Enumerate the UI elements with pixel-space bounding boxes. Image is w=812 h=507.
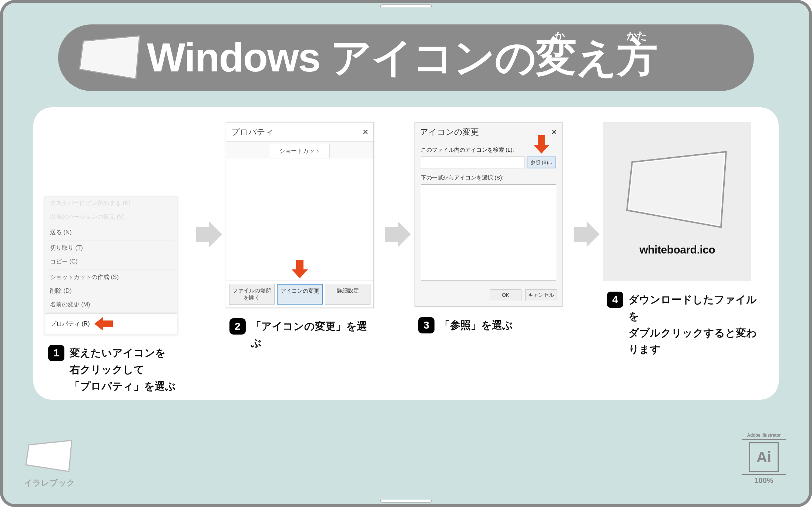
ctx-rename[interactable]: 名前の変更 (M) — [45, 298, 177, 312]
ctx-properties[interactable]: プロパティ (R) — [45, 313, 177, 334]
illustrator-badge: Adobe illustrator Ai 100% — [742, 433, 786, 485]
svg-marker-10 — [26, 440, 72, 471]
icon-file-preview: whiteboard.ico — [603, 122, 751, 281]
pointer-arrow-icon — [94, 317, 113, 331]
ctx-cut[interactable]: 切り取り (T) — [45, 241, 177, 255]
step-1-line2: 右クリックして — [70, 364, 144, 375]
flow-arrow-icon — [196, 221, 222, 249]
ai-percent: 100% — [742, 474, 786, 485]
whiteboard-icon — [24, 438, 76, 475]
step-1-text: 変えたいアイコンを 右クリックして 「プロパティ」を選ぶ — [70, 345, 176, 394]
step-3-caption: 3 「参照」を選ぶ — [415, 317, 517, 334]
pointer-arrow-down-icon — [533, 135, 550, 154]
dialog-title: プロパティ — [231, 127, 274, 138]
step-num-3: 3 — [418, 317, 434, 333]
tutorial-card: か かた Windows アイコンの変え方 タスクバーにピン留めする (K) 以… — [0, 0, 812, 507]
open-location-button[interactable]: ファイルの場所を開く — [229, 284, 275, 305]
ctx-restore[interactable]: 以前のバージョンの復元 (V) — [45, 210, 177, 224]
step-num-1: 1 — [48, 345, 64, 361]
tab-shortcut[interactable]: ショートカット — [270, 144, 330, 158]
flow-arrow-icon — [385, 221, 411, 249]
step-1-line3: 「プロパティ」を選ぶ — [70, 380, 176, 392]
ctx-pin[interactable]: タスクバーにピン留めする (K) — [45, 197, 177, 210]
svg-marker-2 — [94, 317, 113, 331]
ctx-sep — [47, 240, 175, 241]
title-main: Windows アイコンの変え方 — [147, 34, 657, 80]
cancel-button[interactable]: キャンセル — [525, 289, 557, 301]
dialog-titlebar: プロパティ × — [226, 122, 373, 142]
ruby-ka: か — [554, 29, 564, 43]
svg-marker-3 — [196, 221, 222, 247]
step-3-text: 「参照」を選ぶ — [440, 317, 513, 334]
step-4-line2: ダブルクリックすると変わります — [628, 327, 757, 355]
step-3: アイコンの変更 × このファイル内のアイコンを検索 (L): 参照 (B)... — [415, 122, 570, 334]
icon-path-input[interactable] — [421, 157, 524, 168]
tab-row: ショートカット — [226, 142, 373, 158]
svg-marker-4 — [292, 260, 308, 278]
icon-list[interactable] — [421, 184, 556, 281]
context-menu: タスクバーにピン留めする (K) 以前のバージョンの復元 (V) 送る (N) … — [44, 196, 178, 335]
dialog-body — [226, 158, 373, 281]
brand-name: イラレブック — [24, 477, 76, 488]
ctx-sep — [47, 225, 175, 225]
ruby-kata: かた — [627, 29, 647, 43]
advanced-button[interactable]: 詳細設定 — [325, 284, 370, 305]
whiteboard-icon — [77, 34, 143, 82]
steps-panel: タスクバーにピン留めする (K) 以前のバージョンの復元 (V) 送る (N) … — [33, 107, 779, 400]
step-2-caption: 2 「アイコンの変更」を選ぶ — [226, 318, 381, 352]
svg-marker-5 — [385, 221, 411, 247]
step-2-text: 「アイコンの変更」を選ぶ — [251, 318, 378, 352]
ok-button[interactable]: OK — [490, 289, 521, 301]
step-1-caption: 1 変えたいアイコンを 右クリックして 「プロパティ」を選ぶ — [44, 345, 179, 394]
ai-mark: Ai — [749, 442, 779, 472]
close-icon[interactable]: × — [363, 126, 368, 138]
browse-button[interactable]: 参照 (B)... — [527, 157, 556, 168]
list-label: 下の一覧からアイコンを選択 (S): — [421, 174, 556, 181]
step-4: whiteboard.ico 4 ダウンロードしたファイルを ダブルクリックする… — [603, 122, 766, 358]
inner-bg: か かた Windows アイコンの変え方 タスクバーにピン留めする (K) 以… — [7, 7, 805, 500]
step-num-4: 4 — [607, 292, 623, 308]
dialog-footer: ファイルの場所を開く アイコンの変更 詳細設定 — [226, 281, 373, 308]
dialog3-body: このファイル内のアイコンを検索 (L): 参照 (B)... 下の一覧からアイコ… — [415, 141, 562, 286]
pointer-arrow-down-icon — [292, 260, 308, 278]
ctx-copy[interactable]: コピー (C) — [45, 255, 177, 269]
properties-dialog: プロパティ × ショートカット ファイルの場所を開く アイコンの変更 — [226, 122, 374, 308]
search-row: 参照 (B)... — [421, 157, 556, 168]
title-banner: か かた Windows アイコンの変え方 — [58, 24, 754, 91]
ctx-sep — [47, 269, 175, 270]
step-4-line1: ダウンロードしたファイルを — [628, 294, 757, 322]
ctx-delete[interactable]: 削除 (D) — [45, 284, 177, 298]
title-text: か かた Windows アイコンの変え方 — [147, 30, 657, 85]
svg-marker-7 — [574, 221, 600, 247]
svg-marker-6 — [533, 135, 550, 154]
ctx-send[interactable]: 送る (N) — [45, 226, 177, 239]
step-num-2: 2 — [229, 318, 246, 335]
flow-arrow-icon — [574, 221, 600, 249]
ctx-properties-label: プロパティ (R) — [50, 320, 90, 328]
ctx-shortcut[interactable]: ショットカットの作成 (S) — [45, 271, 177, 284]
step-4-text: ダウンロードしたファイルを ダブルクリックすると変わります — [628, 292, 762, 358]
change-icon-dialog: アイコンの変更 × このファイル内のアイコンを検索 (L): 参照 (B)... — [415, 122, 563, 307]
change-icon-button[interactable]: アイコンの変更 — [277, 284, 323, 305]
ctx-sep — [47, 312, 175, 313]
svg-marker-9 — [629, 154, 724, 225]
brand-logo: イラレブック — [24, 438, 76, 488]
step-1-line1: 変えたいアイコンを — [70, 347, 166, 359]
whiteboard-icon — [622, 147, 733, 232]
ai-top-label: Adobe illustrator — [742, 433, 786, 440]
close-icon[interactable]: × — [551, 126, 557, 138]
step-4-caption: 4 ダウンロードしたファイルを ダブルクリックすると変わります — [603, 292, 766, 358]
step-2: プロパティ × ショートカット ファイルの場所を開く アイコンの変更 — [226, 122, 381, 352]
dialog3-title: アイコンの変更 — [420, 127, 479, 138]
icon-filename: whiteboard.ico — [640, 244, 715, 256]
dialog3-footer: OK キャンセル — [415, 286, 562, 306]
step-1: タスクバーにピン留めする (K) 以前のバージョンの復元 (V) 送る (N) … — [44, 122, 192, 394]
